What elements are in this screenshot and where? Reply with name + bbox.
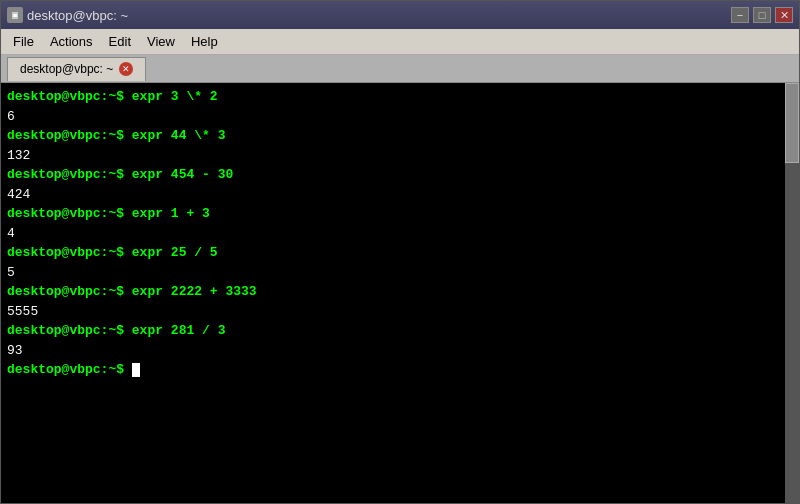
terminal-line: desktop@vbpc:~$ expr 2222 + 3333 [7, 282, 779, 302]
terminal-line: desktop@vbpc:~$ expr 281 / 3 [7, 321, 779, 341]
menu-help[interactable]: Help [183, 32, 226, 51]
prompt-text: desktop@vbpc:~$ expr 1 + 3 [7, 206, 210, 221]
terminal-line: 132 [7, 146, 779, 166]
minimize-button[interactable]: − [731, 7, 749, 23]
prompt-text: desktop@vbpc:~$ expr 3 \* 2 [7, 89, 218, 104]
prompt-text: desktop@vbpc:~$ [7, 362, 132, 377]
terminal-line: 93 [7, 341, 779, 361]
output-text: 6 [7, 109, 15, 124]
terminal-line: 424 [7, 185, 779, 205]
terminal-line: desktop@vbpc:~$ [7, 360, 779, 380]
tab-close-button[interactable]: ✕ [119, 62, 133, 76]
tabbar: desktop@vbpc: ~ ✕ [1, 55, 799, 83]
output-text: 5555 [7, 304, 38, 319]
menu-actions[interactable]: Actions [42, 32, 101, 51]
menu-view[interactable]: View [139, 32, 183, 51]
output-text: 4 [7, 226, 15, 241]
maximize-button[interactable]: □ [753, 7, 771, 23]
terminal-container: desktop@vbpc:~$ expr 3 \* 26desktop@vbpc… [1, 83, 799, 503]
prompt-text: desktop@vbpc:~$ expr 281 / 3 [7, 323, 225, 338]
titlebar: ▣ desktop@vbpc: ~ − □ ✕ [1, 1, 799, 29]
terminal-line: desktop@vbpc:~$ expr 454 - 30 [7, 165, 779, 185]
terminal-line: desktop@vbpc:~$ expr 3 \* 2 [7, 87, 779, 107]
terminal-line: 5555 [7, 302, 779, 322]
terminal-window: ▣ desktop@vbpc: ~ − □ ✕ File Actions Edi… [0, 0, 800, 504]
terminal-line: 4 [7, 224, 779, 244]
titlebar-title: desktop@vbpc: ~ [27, 8, 128, 23]
output-text: 5 [7, 265, 15, 280]
output-text: 424 [7, 187, 30, 202]
window-icon: ▣ [7, 7, 23, 23]
titlebar-left: ▣ desktop@vbpc: ~ [7, 7, 128, 23]
terminal-tab[interactable]: desktop@vbpc: ~ ✕ [7, 57, 146, 81]
terminal-line: 6 [7, 107, 779, 127]
output-text: 132 [7, 148, 30, 163]
terminal-area[interactable]: desktop@vbpc:~$ expr 3 \* 26desktop@vbpc… [1, 83, 785, 503]
close-button[interactable]: ✕ [775, 7, 793, 23]
terminal-line: desktop@vbpc:~$ expr 1 + 3 [7, 204, 779, 224]
menu-edit[interactable]: Edit [101, 32, 139, 51]
terminal-line: desktop@vbpc:~$ expr 25 / 5 [7, 243, 779, 263]
terminal-line: desktop@vbpc:~$ expr 44 \* 3 [7, 126, 779, 146]
scrollbar-track[interactable] [785, 83, 799, 503]
titlebar-buttons: − □ ✕ [731, 7, 793, 23]
output-text: 93 [7, 343, 23, 358]
menubar: File Actions Edit View Help [1, 29, 799, 55]
prompt-text: desktop@vbpc:~$ expr 25 / 5 [7, 245, 218, 260]
menu-file[interactable]: File [5, 32, 42, 51]
scrollbar-thumb[interactable] [785, 83, 799, 163]
cursor [132, 363, 140, 377]
prompt-text: desktop@vbpc:~$ expr 2222 + 3333 [7, 284, 257, 299]
tab-label: desktop@vbpc: ~ [20, 62, 113, 76]
prompt-text: desktop@vbpc:~$ expr 454 - 30 [7, 167, 233, 182]
terminal-line: 5 [7, 263, 779, 283]
prompt-text: desktop@vbpc:~$ expr 44 \* 3 [7, 128, 225, 143]
